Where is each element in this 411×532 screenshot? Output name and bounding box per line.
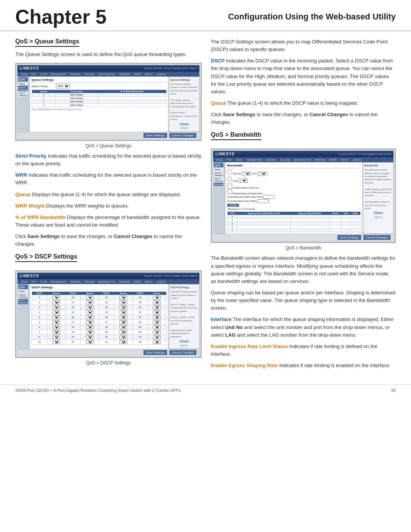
dscp-footer: Save Settings Cancel Changes <box>18 349 199 356</box>
chapter-subtitle: Configuration Using the Web-based Utilit… <box>228 12 396 22</box>
footer-right: 33 <box>391 388 396 393</box>
bandwidth-screenshot: LINKSYS 24-port 10/100 + 4-Port Gigabit … <box>211 149 396 243</box>
cisco-sub-bw: CISCO <box>365 216 392 219</box>
para-save-dscp: Click Save Settings to save the changes,… <box>211 111 396 126</box>
chapter-title: Chapter 5 <box>15 7 107 27</box>
queue-settings-screenshot: LINKSYS 24-port 10/100 + 4-Port Gigabit … <box>15 63 202 141</box>
queue-caption: QoS > Queue Settings <box>15 143 202 149</box>
para-bw-1: The Bandwidth screen allows network mana… <box>211 254 396 285</box>
page-header: Chapter 5 Configuration Using the Web-ba… <box>0 0 411 31</box>
para-wrr-weight: WRR Weight Displays the WRR weights to q… <box>15 202 202 210</box>
section-queue-settings: QoS > Queue Settings The Queue Settings … <box>15 38 202 248</box>
page-footer: 24/48-Port 10/100 + 4-Port Gigabit Resil… <box>0 385 411 396</box>
bw-help-panel: Bandwidth The Bandwidth screen allows ne… <box>363 162 393 234</box>
bw-nav: Setup Port VLAN Management Statistics Se… <box>213 157 393 162</box>
dscp-cancel-btn[interactable]: Cancel Changes <box>169 350 196 355</box>
queue-help-panel: Queue Settings The Queue Settings screen… <box>169 77 199 132</box>
queue-settings-heading: QoS > Queue Settings <box>15 38 79 47</box>
para-interface: Interface The interface for which the qu… <box>211 316 396 339</box>
para-bw-2: Queue shaping can be based per queue and… <box>211 289 396 312</box>
para-wrr: WRR Indicates that traffic scheduling fo… <box>15 171 202 187</box>
dscp-nav: Setup Port VLAN Management Statistics Se… <box>18 279 199 284</box>
cisco-sub-dscp: CISCO <box>170 344 198 348</box>
queue-settings-intro: The Queue Settings screen is used to def… <box>15 51 202 58</box>
left-column: QoS > Queue Settings The Queue Settings … <box>15 38 202 373</box>
main-content: QoS > Queue Settings The Queue Settings … <box>0 38 411 373</box>
queue-footer: Save Settings Cancel Changes <box>18 132 199 139</box>
para-queue-save: Click Save Settings to save the changes,… <box>15 233 202 248</box>
linksys-logo-bw: LINKSYS <box>215 152 234 156</box>
dscp-help-panel: DSCP Settings The DSCP Settings allows m… <box>169 284 199 349</box>
para-dscp-kw: DSCP Indicates the DSCP value in the inc… <box>211 57 396 96</box>
dscp-settings-heading: QoS > DSCP Settings <box>15 253 77 262</box>
cisco-sub: CISCO <box>170 126 198 130</box>
queue-table: QueueScheduling% of WRR Bandwidth 1WRR W… <box>32 90 166 107</box>
save-settings-btn[interactable]: Save Settings <box>143 133 167 138</box>
para-egress: Enable Egress Shaping Rate Indicates if … <box>211 362 396 369</box>
linksys-logo-dscp: LINKSYS <box>20 274 39 278</box>
cisco-logo-dscp: Cisco <box>170 339 198 344</box>
bw-save-btn[interactable]: Save Settings <box>338 235 361 240</box>
linksys-logo: LINKSYS <box>20 66 39 70</box>
bandwidth-heading: QoS > Bandwidth <box>211 131 261 140</box>
right-column: The DSCP Settings screen allows you to m… <box>211 38 396 373</box>
section-bandwidth: QoS > Bandwidth LINKSYS 24-port 10/100 +… <box>211 131 396 369</box>
bw-cancel-btn[interactable]: Cancel Changes <box>363 235 390 240</box>
dscp-intro-right: The DSCP Settings screen allows you to m… <box>211 38 396 53</box>
cancel-changes-btn[interactable]: Cancel Changes <box>169 133 196 138</box>
para-strict-priority: Strict Priority Indicates that traffic s… <box>15 152 202 168</box>
bw-caption: QoS > Bandwidth <box>211 245 396 251</box>
para-queue-right: Queue The queue (1-4) to which the DSCP … <box>211 99 396 107</box>
bw-footer: Save Settings Cancel Changes <box>213 234 393 241</box>
dscp-save-btn[interactable]: Save Settings <box>143 350 167 355</box>
dscp-settings-screenshot: LINKSYS 24-port 10/100 + 4-Port Gigabit … <box>15 270 202 358</box>
para-ingress: Enable Ingress Rate Limit Status Indicat… <box>211 343 396 358</box>
sidebar-qos: QoS <box>18 77 28 81</box>
para-queue: Queue Displays the queue (1-4) for which… <box>15 191 202 198</box>
bw-table: PortIngress Rate Limit Rate LevelEgress … <box>227 212 360 232</box>
update-btn[interactable]: Update <box>227 204 239 207</box>
dscp-sidebar-qos: QoS <box>18 285 28 289</box>
footer-left: 24/48-Port 10/100 + 4-Port Gigabit Resil… <box>15 388 180 393</box>
dscp-table: DSCPQueueDSCPQueueDSCPQueueDSCPQueue 011… <box>32 292 166 345</box>
bw-sidebar-qos: QoS <box>214 163 223 167</box>
linksys-nav: Setup Port VLAN Management Statistics Se… <box>18 72 199 77</box>
para-wrr-bw: % of WRR Bandwidth Displays the percenta… <box>15 214 202 229</box>
section-dscp-settings: QoS > DSCP Settings LINKSYS 24-port 10/1… <box>15 253 202 366</box>
dscp-caption: QoS > DSCP Settings <box>15 360 202 366</box>
cisco-logo: Cisco <box>170 122 198 127</box>
cisco-logo-bw: Cisco <box>365 211 392 216</box>
